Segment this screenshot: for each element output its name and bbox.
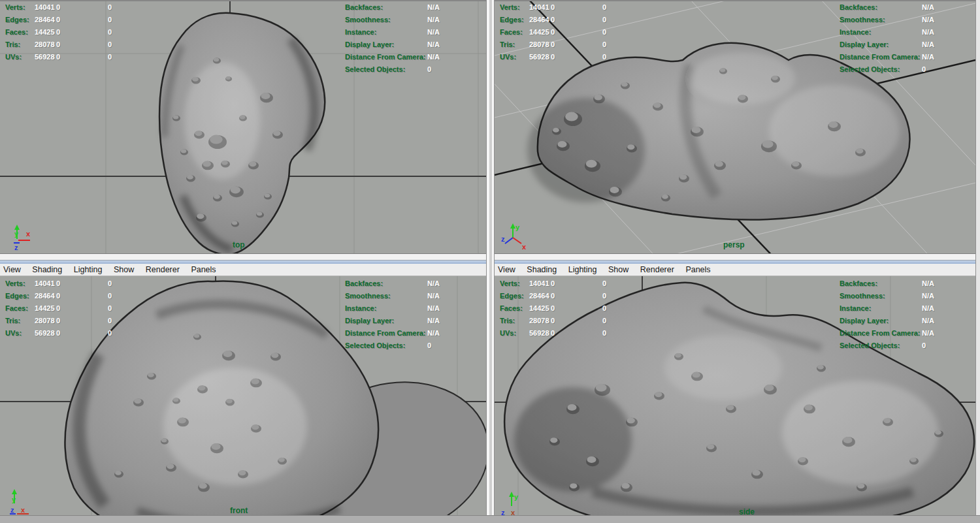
svg-text:z: z: [14, 244, 18, 251]
hud-value: 0: [56, 277, 108, 290]
hud-label: Edges:: [500, 290, 529, 302]
hud-value: 56928: [529, 327, 551, 340]
hud-value: 0: [56, 302, 108, 315]
hud-value: N/A: [922, 14, 934, 26]
hud-label: Display Layer:: [345, 315, 427, 327]
hud-value: 0: [922, 63, 926, 76]
hud-label: Distance From Camera:: [345, 51, 427, 63]
hud-value: 14425: [529, 26, 551, 39]
hud-value: 0: [56, 26, 108, 39]
hud-value: 0: [551, 277, 602, 290]
hud-value: N/A: [427, 302, 440, 315]
menu-item-view[interactable]: View: [3, 264, 21, 276]
hud-value: 28078: [529, 315, 551, 327]
hud-value: 0: [56, 290, 108, 302]
hud-row: Backfaces:N/A: [840, 277, 934, 290]
viewport-front[interactable]: Verts:1404100 Edges:2846400 Faces:144250…: [0, 276, 486, 515]
hud-value: 14041: [529, 277, 551, 290]
hud-row: Faces:1442500: [500, 302, 606, 315]
hud-label: Faces:: [5, 26, 35, 39]
hud-value: 0: [56, 1, 108, 14]
hud-row: Edges:2846400: [500, 290, 606, 302]
hud-row: Instance:N/A: [345, 26, 440, 39]
menu-item-lighting[interactable]: Lighting: [568, 264, 597, 276]
hud-value: 14425: [35, 26, 56, 39]
hud-label: Tris:: [5, 39, 35, 51]
menu-item-view[interactable]: View: [498, 264, 515, 276]
hud-value: 0: [56, 14, 108, 26]
hud-label: Selected Objects:: [840, 340, 922, 352]
hud-row: Edges:2846400: [5, 290, 112, 302]
svg-text:x: x: [522, 243, 527, 251]
axis-gizmo-persp-icon: y z x: [500, 219, 531, 251]
hud-label: Selected Objects:: [840, 63, 922, 76]
hud-value: 0: [108, 14, 112, 26]
svg-text:x: x: [21, 506, 25, 514]
hud-label: Backfaces:: [840, 1, 922, 14]
hud-value: N/A: [922, 327, 934, 340]
hud-value: 28464: [35, 290, 56, 302]
hud-row: Distance From Camera:N/A: [345, 51, 440, 63]
hud-row: Instance:N/A: [840, 302, 934, 315]
hud-label: Backfaces:: [840, 277, 922, 290]
hud-label: UVs:: [500, 51, 529, 63]
hud-row: UVs:5692800: [5, 327, 112, 340]
hud-row: Tris:2807800: [500, 315, 606, 327]
hud-label: Instance:: [840, 26, 922, 39]
hud-value: 0: [551, 39, 602, 51]
hud-label: Verts:: [500, 1, 529, 14]
menu-item-renderer[interactable]: Renderer: [146, 264, 180, 276]
axis-gizmo-side-icon: y z x: [500, 489, 531, 515]
hud-value: 0: [602, 277, 606, 290]
viewport-label-side: side: [739, 507, 755, 515]
hud-row: Display Layer:N/A: [345, 39, 440, 51]
menu-item-shading[interactable]: Shading: [527, 264, 557, 276]
menu-item-show[interactable]: Show: [114, 264, 134, 276]
svg-text:y: y: [12, 496, 16, 503]
hud-value: 0: [108, 277, 112, 290]
hud-value: 0: [108, 290, 112, 302]
menu-item-panels[interactable]: Panels: [685, 264, 710, 276]
hud-row: Selected Objects:0: [345, 63, 440, 76]
viewport-top[interactable]: Verts:1404100 Edges:2846400 Faces:144250…: [0, 0, 486, 253]
hud-label: Backfaces:: [345, 277, 427, 290]
hud-label: Display Layer:: [840, 39, 922, 51]
hud-value: 0: [602, 315, 606, 327]
hud-poly-counts: Verts:1404100 Edges:2846400 Faces:144250…: [500, 277, 606, 340]
hud-row: Backfaces:N/A: [345, 1, 440, 14]
hud-value: N/A: [427, 39, 440, 51]
menu-item-renderer[interactable]: Renderer: [640, 264, 674, 276]
hud-row: UVs:5692800: [5, 51, 112, 63]
hud-value: 28464: [35, 14, 56, 26]
svg-text:y: y: [515, 223, 520, 231]
hud-value: N/A: [922, 302, 934, 315]
column-divider[interactable]: [486, 0, 495, 523]
hud-value: 28078: [35, 39, 56, 51]
hud-value: 0: [108, 1, 112, 14]
viewport-side[interactable]: Verts:1404100 Edges:2846400 Faces:144250…: [495, 276, 975, 515]
menu-item-shading[interactable]: Shading: [32, 264, 62, 276]
hud-value: 0: [551, 1, 602, 14]
hud-object-info: Backfaces:N/A Smoothness:N/A Instance:N/…: [345, 1, 440, 76]
axis-gizmo-front-icon: y z x: [7, 486, 38, 515]
viewport-persp[interactable]: Verts:1404100 Edges:2846400 Faces:144250…: [495, 0, 975, 253]
hud-value: N/A: [427, 51, 440, 63]
hud-row: Selected Objects:0: [345, 340, 440, 352]
hud-value: 0: [108, 302, 112, 315]
hud-value: 0: [427, 63, 431, 76]
hud-label: Display Layer:: [345, 39, 427, 51]
asteroid-top-view: [159, 13, 325, 253]
hud-value: 56928: [35, 51, 56, 63]
hud-value: 0: [56, 327, 108, 340]
menu-item-lighting[interactable]: Lighting: [74, 264, 103, 276]
hud-row: Display Layer:N/A: [840, 39, 934, 51]
hud-value: N/A: [427, 26, 440, 39]
hud-value: N/A: [922, 51, 934, 63]
hud-value: 0: [56, 51, 108, 63]
menu-item-show[interactable]: Show: [608, 264, 629, 276]
hud-row: Smoothness:N/A: [840, 14, 934, 26]
menu-item-panels[interactable]: Panels: [191, 264, 216, 276]
maya-four-view-window: Verts:1404100 Edges:2846400 Faces:144250…: [0, 0, 980, 523]
hud-row: UVs:5692800: [500, 51, 606, 63]
hud-value: 28464: [529, 290, 551, 302]
